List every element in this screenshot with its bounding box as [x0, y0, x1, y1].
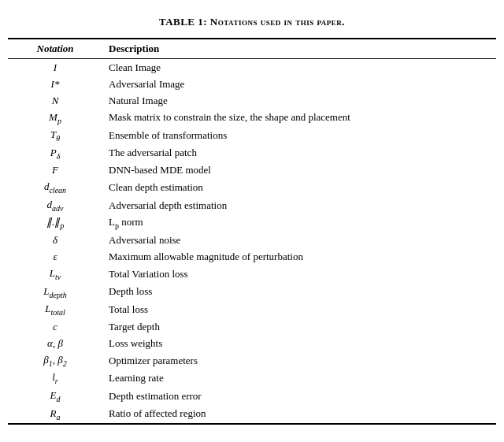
description-cell: Ratio of affected region	[102, 405, 496, 424]
table-row: MpMask matrix to constrain the size, the…	[8, 109, 496, 127]
notation-cell: I*	[8, 76, 102, 92]
description-cell: Mask matrix to constrain the size, the s…	[102, 109, 496, 127]
notation-cell: ε	[8, 249, 102, 266]
table-row: δAdversarial noise	[8, 232, 496, 249]
table-body: IClean ImageI*Adversarial ImageNNatural …	[8, 59, 496, 424]
notation-header: Notation	[8, 39, 102, 59]
description-cell: Total Variation loss	[102, 266, 496, 284]
description-cell: Adversarial noise	[102, 232, 496, 249]
notation-cell: ‖.‖p	[8, 214, 102, 232]
table-row: LtvTotal Variation loss	[8, 266, 496, 284]
table-row: TθEnsemble of transformations	[8, 127, 496, 145]
notation-cell: F	[8, 162, 102, 179]
description-cell: Optimizer parameters	[102, 351, 496, 370]
page-title: TABLE 1: Notations used in this paper.	[8, 16, 496, 28]
notation-cell: Ed	[8, 388, 102, 406]
table-header-row: Notation Description	[8, 39, 496, 59]
table-row: cTarget depth	[8, 318, 496, 335]
table-container: TABLE 1: Notations used in this paper. N…	[8, 16, 496, 425]
notation-cell: lr	[8, 370, 102, 388]
table-row: εMaximum allowable magnitude of perturba…	[8, 249, 496, 266]
table-row: dadvAdversarial depth estimation	[8, 196, 496, 214]
description-cell: Depth estimation error	[102, 388, 496, 406]
notation-cell: Tθ	[8, 127, 102, 145]
description-cell: Lp norm	[102, 214, 496, 232]
notation-cell: I	[8, 59, 102, 76]
table-row: FDNN-based MDE model	[8, 162, 496, 179]
description-cell: The adversarial patch	[102, 144, 496, 162]
notation-cell: dadv	[8, 196, 102, 214]
table-row: LdepthDepth loss	[8, 283, 496, 301]
description-cell: DNN-based MDE model	[102, 162, 496, 179]
notation-cell: N	[8, 92, 102, 109]
notation-cell: Ltv	[8, 266, 102, 284]
table-row: α, βLoss weights	[8, 335, 496, 351]
description-cell: Learning rate	[102, 370, 496, 388]
description-header: Description	[102, 39, 496, 59]
table-row: lrLearning rate	[8, 370, 496, 388]
table-row: LtotalTotal loss	[8, 301, 496, 319]
description-cell: Target depth	[102, 318, 496, 335]
notation-cell: Ltotal	[8, 301, 102, 319]
description-cell: Adversarial depth estimation	[102, 196, 496, 214]
table-row: IClean Image	[8, 59, 496, 76]
description-cell: Adversarial Image	[102, 76, 496, 92]
table-row: PδThe adversarial patch	[8, 144, 496, 162]
table-row: I*Adversarial Image	[8, 76, 496, 92]
description-cell: Clean Image	[102, 59, 496, 76]
notation-cell: β1, β2	[8, 351, 102, 370]
description-cell: Loss weights	[102, 335, 496, 351]
notation-cell: dclean	[8, 179, 102, 197]
description-cell: Depth loss	[102, 283, 496, 301]
description-cell: Ensemble of transformations	[102, 127, 496, 145]
notation-cell: Mp	[8, 109, 102, 127]
description-cell: Natural Image	[102, 92, 496, 109]
description-cell: Maximum allowable magnitude of perturbat…	[102, 249, 496, 266]
notation-cell: Ldepth	[8, 283, 102, 301]
notation-cell: α, β	[8, 335, 102, 351]
table-row: ‖.‖pLp norm	[8, 214, 496, 232]
table-row: β1, β2Optimizer parameters	[8, 351, 496, 370]
notation-cell: δ	[8, 232, 102, 249]
notation-cell: Ra	[8, 405, 102, 424]
notations-table: Notation Description IClean ImageI*Adver…	[8, 38, 496, 425]
table-row: NNatural Image	[8, 92, 496, 109]
table-row: EdDepth estimation error	[8, 388, 496, 406]
notation-cell: c	[8, 318, 102, 335]
table-row: RaRatio of affected region	[8, 405, 496, 424]
description-cell: Total loss	[102, 301, 496, 319]
description-cell: Clean depth estimation	[102, 179, 496, 197]
table-row: dcleanClean depth estimation	[8, 179, 496, 197]
notation-cell: Pδ	[8, 144, 102, 162]
